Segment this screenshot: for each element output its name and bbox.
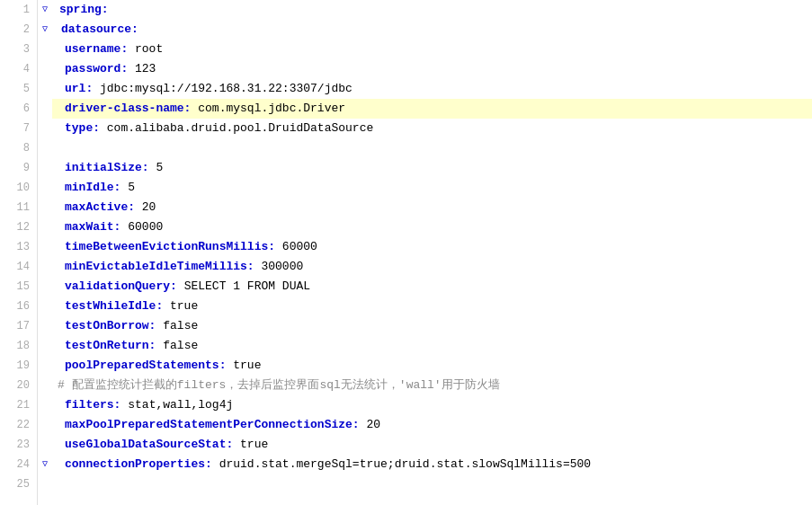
line-number: 3 — [0, 40, 37, 59]
comment-hash: # — [58, 376, 65, 395]
code-line: filters: stat,wall,log4j — [52, 395, 812, 415]
code-line: timeBetweenEvictionRunsMillis: 60000 — [52, 237, 812, 257]
fold-marker — [38, 395, 52, 415]
fold-marker — [38, 435, 52, 455]
line-number: 4 — [0, 59, 37, 79]
yaml-key: initialSize: — [65, 158, 149, 178]
yaml-value: com.mysql.jdbc.Driver — [191, 99, 345, 119]
fold-marker — [38, 198, 52, 217]
yaml-key: driver-class-name: — [65, 99, 191, 119]
yaml-value: false — [156, 336, 198, 356]
yaml-key: spring: — [59, 0, 109, 20]
yaml-key: poolPreparedStatements: — [65, 356, 226, 376]
line-number: 7 — [0, 119, 37, 138]
code-line: poolPreparedStatements: true — [52, 356, 812, 376]
fold-marker — [38, 336, 52, 356]
code-line: testWhileIdle: true — [52, 297, 812, 316]
line-number: 23 — [0, 435, 37, 455]
code-line: connectionProperties: druid.stat.mergeSq… — [52, 455, 812, 474]
fold-marker — [38, 376, 52, 395]
comment-text: 配置监控统计拦截的filters，去掉后监控界面sql无法统计，'wall'用于… — [72, 376, 500, 395]
yaml-value: true — [163, 297, 198, 316]
code-line: useGlobalDataSourceStat: true — [52, 435, 812, 455]
code-area: spring:datasource:username: rootpassword… — [52, 0, 812, 505]
yaml-key: maxPoolPreparedStatementPerConnectionSiz… — [65, 415, 360, 435]
fold-marker[interactable]: ▽ — [38, 0, 52, 20]
fold-marker — [38, 40, 52, 59]
code-line: url: jdbc:mysql://192.168.31.22:3307/jdb… — [52, 79, 812, 99]
yaml-key: filters: — [65, 395, 120, 415]
code-line: testOnReturn: false — [52, 336, 812, 356]
fold-marker — [38, 297, 52, 316]
line-numbers-gutter: 1234567891011121314151617181920212223242… — [0, 0, 38, 505]
yaml-value: true — [226, 356, 261, 376]
line-number: 13 — [0, 237, 37, 257]
yaml-value: 60000 — [120, 217, 163, 237]
code-line: maxPoolPreparedStatementPerConnectionSiz… — [52, 415, 812, 435]
line-number: 14 — [0, 257, 37, 277]
line-number: 24 — [0, 455, 37, 474]
fold-marker — [38, 277, 52, 297]
line-number: 2 — [0, 20, 37, 40]
line-number: 17 — [0, 316, 37, 336]
yaml-value: druid.stat.mergeSql=true;druid.stat.slow… — [212, 455, 591, 474]
yaml-key: maxActive: — [65, 198, 135, 217]
yaml-value: 5 — [120, 178, 135, 198]
code-line — [52, 138, 812, 158]
fold-marker — [38, 158, 52, 178]
fold-marker — [38, 59, 52, 79]
line-number: 20 — [0, 376, 37, 395]
code-line: username: root — [52, 40, 812, 59]
yaml-value: false — [156, 316, 198, 336]
fold-marker — [38, 99, 52, 119]
line-number: 9 — [0, 158, 37, 178]
yaml-value: 123 — [128, 59, 156, 79]
fold-marker — [38, 79, 52, 99]
yaml-value: true — [233, 435, 268, 455]
yaml-key: minIdle: — [65, 178, 120, 198]
yaml-value: stat,wall,log4j — [120, 395, 233, 415]
code-line: #配置监控统计拦截的filters，去掉后监控界面sql无法统计，'wall'用… — [52, 376, 812, 395]
fold-marker — [38, 356, 52, 376]
code-line: driver-class-name: com.mysql.jdbc.Driver — [52, 99, 812, 119]
code-line: maxWait: 60000 — [52, 217, 812, 237]
fold-marker — [38, 119, 52, 138]
yaml-key: url: — [65, 79, 93, 99]
yaml-value: jdbc:mysql://192.168.31.22:3307/jdbc — [93, 79, 352, 99]
fold-marker — [38, 257, 52, 277]
line-number: 16 — [0, 297, 37, 316]
yaml-value: root — [128, 40, 163, 59]
line-number: 15 — [0, 277, 37, 297]
line-number: 22 — [0, 415, 37, 435]
line-number: 6 — [0, 99, 37, 119]
fold-marker — [38, 474, 52, 494]
line-number: 10 — [0, 178, 37, 198]
yaml-key: validationQuery: — [65, 277, 177, 297]
fold-marker — [38, 237, 52, 257]
line-number: 19 — [0, 356, 37, 376]
code-line: initialSize: 5 — [52, 158, 812, 178]
code-line — [52, 474, 812, 494]
yaml-key: password: — [65, 59, 128, 79]
code-line: spring: — [52, 0, 812, 20]
line-number: 21 — [0, 395, 37, 415]
yaml-value: 20 — [360, 415, 380, 435]
yaml-key: datasource: — [61, 20, 138, 40]
yaml-key: testOnBorrow: — [65, 316, 156, 336]
code-line: datasource: — [52, 20, 812, 40]
line-number: 5 — [0, 79, 37, 99]
line-number: 12 — [0, 217, 37, 237]
fold-marker — [38, 138, 52, 158]
yaml-key: timeBetweenEvictionRunsMillis: — [65, 237, 275, 257]
yaml-value: SELECT 1 FROM DUAL — [177, 277, 310, 297]
line-number: 11 — [0, 198, 37, 217]
yaml-key: connectionProperties: — [65, 455, 212, 474]
fold-gutter: ▽▽▽ — [38, 0, 52, 505]
fold-marker[interactable]: ▽ — [38, 20, 52, 40]
line-number: 18 — [0, 336, 37, 356]
yaml-key: minEvictableIdleTimeMillis: — [65, 257, 254, 277]
code-line: password: 123 — [52, 59, 812, 79]
line-number: 8 — [0, 138, 37, 158]
yaml-value: 60000 — [275, 237, 317, 257]
fold-marker[interactable]: ▽ — [38, 455, 52, 474]
